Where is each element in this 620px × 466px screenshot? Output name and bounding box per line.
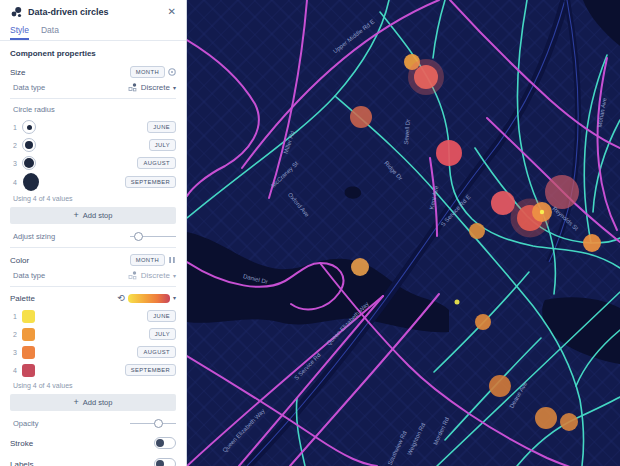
color-swatch[interactable] xyxy=(22,328,35,341)
panel-header: Data-driven circles ✕ xyxy=(0,0,186,22)
size-field-badge[interactable]: MONTH xyxy=(130,66,165,78)
palette-row: Palette ⟲ ▾ xyxy=(10,293,176,303)
size-stop-row: 4SEPTEMBER xyxy=(10,173,176,191)
adjust-sizing-label: Adjust sizing xyxy=(13,232,55,241)
add-stop-label: Add stop xyxy=(83,398,113,407)
categorical-icon xyxy=(128,83,138,92)
toggle-knob xyxy=(156,460,164,466)
component-circles-icon xyxy=(10,6,22,18)
labels-row: Labels xyxy=(10,458,176,466)
opacity-row: Opacity xyxy=(10,418,176,428)
size-row: Size MONTH xyxy=(10,66,176,78)
data-circle[interactable] xyxy=(469,223,485,239)
labels-label: Labels xyxy=(10,460,34,466)
color-swatch[interactable] xyxy=(22,346,35,359)
color-stop-row: 4SEPTEMBER xyxy=(10,362,176,378)
radius-swatch[interactable] xyxy=(22,173,40,191)
color-swatch[interactable] xyxy=(22,364,35,377)
data-circle[interactable] xyxy=(414,65,438,89)
plus-icon: + xyxy=(74,211,79,220)
size-data-type-value: Discrete xyxy=(141,83,170,92)
stroke-label: Stroke xyxy=(10,439,33,448)
opacity-slider[interactable] xyxy=(130,418,176,428)
section-heading: Component properties xyxy=(10,49,176,58)
data-circle[interactable] xyxy=(489,375,511,397)
slider-track xyxy=(130,423,176,425)
radius-swatch[interactable] xyxy=(22,156,36,170)
size-stop-row: 3AUGUST xyxy=(10,155,176,171)
data-circle[interactable] xyxy=(545,175,579,209)
month-badge: AUGUST xyxy=(137,157,176,169)
radius-dot xyxy=(25,141,33,149)
data-circle[interactable] xyxy=(475,314,491,330)
data-type-label: Data type xyxy=(13,83,45,92)
radius-swatch[interactable] xyxy=(22,138,36,152)
color-swatch[interactable] xyxy=(22,310,35,323)
color-stop-row: 2JULY xyxy=(10,326,176,342)
month-badge: JUNE xyxy=(147,310,176,322)
plus-icon: + xyxy=(74,398,79,407)
add-stop-label: Add stop xyxy=(83,211,113,220)
color-stop-row: 1JUNE xyxy=(10,308,176,324)
color-add-stop-button[interactable]: + Add stop xyxy=(10,394,176,411)
chevron-down-icon[interactable]: ▾ xyxy=(173,295,176,301)
map-canvas[interactable]: Upper Middle Rd ESewell DrMiller RdMcCra… xyxy=(187,0,620,466)
size-add-stop-button[interactable]: + Add stop xyxy=(10,207,176,224)
color-data-type-value: Discrete xyxy=(141,271,170,280)
size-stop-row: 2JULY xyxy=(10,137,176,153)
palette-gradient-preview[interactable] xyxy=(128,294,170,303)
radius-dot xyxy=(24,158,34,168)
data-circle[interactable] xyxy=(560,413,578,431)
data-circle[interactable] xyxy=(455,300,460,305)
radius-dot xyxy=(23,173,39,191)
panel-title: Data-driven circles xyxy=(28,7,168,17)
size-data-type-row: Data type Discrete ▾ xyxy=(10,83,176,92)
size-stops-list: 1JUNE2JULY3AUGUST4SEPTEMBER xyxy=(10,119,176,191)
stroke-toggle[interactable] xyxy=(154,437,176,449)
stop-index: 2 xyxy=(13,142,22,149)
month-badge: JULY xyxy=(149,139,176,151)
data-circle[interactable] xyxy=(351,258,369,276)
chevron-down-icon: ▾ xyxy=(173,273,176,279)
close-icon[interactable]: ✕ xyxy=(168,7,176,17)
tab-data[interactable]: Data xyxy=(41,22,59,40)
divider xyxy=(10,98,176,99)
circle-radius-row: Circle radius xyxy=(10,105,176,114)
size-data-type-dropdown[interactable]: Discrete ▾ xyxy=(128,83,176,92)
tab-style[interactable]: Style xyxy=(10,22,29,40)
month-badge: JULY xyxy=(149,328,176,340)
stop-index: 3 xyxy=(13,349,22,356)
color-data-type-row: Data type Discrete ▾ xyxy=(10,271,176,280)
slider-handle[interactable] xyxy=(134,232,143,241)
color-stop-row: 3AUGUST xyxy=(10,344,176,360)
field-columns-icon[interactable] xyxy=(168,256,176,264)
month-badge: SEPTEMBER xyxy=(125,176,176,188)
palette-label: Palette xyxy=(10,294,35,303)
data-type-label: Data type xyxy=(13,271,45,280)
panel-tabs: Style Data xyxy=(0,22,186,41)
month-badge: JUNE xyxy=(147,121,176,133)
adjust-sizing-slider[interactable] xyxy=(130,231,176,241)
field-info-icon[interactable] xyxy=(168,68,176,76)
data-circle[interactable] xyxy=(436,140,462,166)
data-circle[interactable] xyxy=(350,106,372,128)
color-usage-note: Using 4 of 4 values xyxy=(10,382,176,389)
radius-dot xyxy=(27,125,32,130)
size-label: Size xyxy=(10,68,26,77)
reverse-palette-icon[interactable]: ⟲ xyxy=(117,293,125,303)
stop-index: 4 xyxy=(13,179,22,186)
month-badge: SEPTEMBER xyxy=(125,364,176,376)
opacity-label: Opacity xyxy=(13,419,38,428)
data-circle[interactable] xyxy=(535,407,557,429)
adjust-sizing-row: Adjust sizing xyxy=(10,231,176,241)
data-circle[interactable] xyxy=(491,191,515,215)
stop-index: 4 xyxy=(13,367,22,374)
color-data-type-dropdown[interactable]: Discrete ▾ xyxy=(128,271,176,280)
color-field-badge[interactable]: MONTH xyxy=(130,254,165,266)
slider-handle[interactable] xyxy=(154,419,163,428)
color-label: Color xyxy=(10,256,29,265)
size-usage-note: Using 4 of 4 values xyxy=(10,195,176,202)
data-circle[interactable] xyxy=(583,234,601,252)
labels-toggle[interactable] xyxy=(154,458,176,466)
radius-swatch[interactable] xyxy=(22,120,36,134)
